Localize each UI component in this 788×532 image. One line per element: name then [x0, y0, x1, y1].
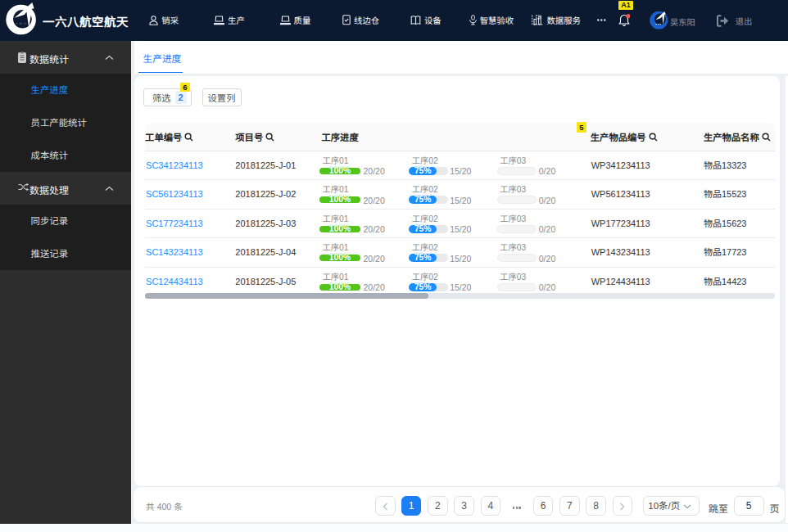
svg-text:一六八: 一六八 [16, 22, 28, 25]
